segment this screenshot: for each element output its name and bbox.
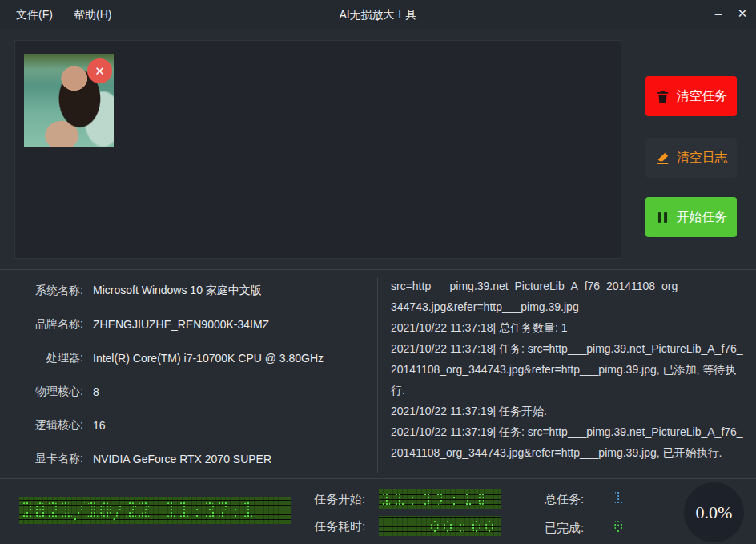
log-line: 2021/10/22 11:37:19| 任务: src=http___pimg… (391, 421, 753, 442)
log-line: 2021/10/22 11:37:19| 任务开始. (391, 401, 753, 421)
clear-logs-button[interactable]: 清空日志 (645, 138, 737, 178)
task-thumbnail-image[interactable]: ✕ (24, 54, 114, 147)
start-tasks-label: 开始任务 (677, 209, 728, 226)
sysinfo-label: 品牌名称: (13, 317, 83, 332)
pause-icon (655, 210, 670, 225)
sysinfo-row-brand: 品牌名称: ZHENGJIUZHE_REN9000K-34IMZ (13, 308, 365, 341)
app-window: 文件(F) 帮助(H) AI无损放大工具 – ✕ ✕ 清空任务 清空日志 开始任… (0, 0, 756, 544)
sysinfo-label: 显卡名称: (13, 452, 83, 466)
task-elapsed-time: 00:00 (379, 517, 501, 536)
system-info-panel: 系统名称: Microsoft Windows 10 家庭中文版 品牌名称: Z… (13, 274, 365, 476)
eraser-icon (655, 151, 670, 166)
task-elapsed-led-display: 00:00 (379, 516, 501, 536)
total-tasks-count: 1 (613, 488, 624, 507)
progress-indicator: 0.0% (684, 482, 744, 542)
sysinfo-value: NVIDIA GeForce RTX 2070 SUPER (93, 453, 271, 465)
sysinfo-row-physical-cores: 物理核心: 8 (13, 375, 365, 409)
sysinfo-row-cpu: 处理器: Intel(R) Core(TM) i7-10700K CPU @ 3… (13, 341, 365, 375)
close-button[interactable]: ✕ (729, 0, 756, 29)
sysinfo-row-os: 系统名称: Microsoft Windows 10 家庭中文版 (13, 274, 365, 308)
log-line: 2021/10/22 11:37:18| 总任务数量: 1 (391, 317, 753, 338)
completed-tasks-count: 0 (613, 517, 624, 536)
horizontal-divider-top (0, 269, 756, 270)
sysinfo-label: 物理核心: (13, 385, 83, 399)
progress-percentage: 0.0% (696, 502, 733, 523)
horizontal-divider-bottom (0, 478, 756, 479)
sysinfo-value: Microsoft Windows 10 家庭中文版 (93, 284, 262, 298)
completed-tasks-label: 已完成: (545, 521, 584, 536)
task-start-time: 11:37:18 (379, 490, 501, 509)
sysinfo-row-logical-cores: 逻辑核心: 16 (13, 409, 365, 442)
remove-task-icon[interactable]: ✕ (87, 58, 112, 83)
task-queue-panel[interactable]: ✕ (14, 40, 621, 259)
sysinfo-value: Intel(R) Core(TM) i7-10700K CPU @ 3.80GH… (93, 352, 324, 365)
clear-tasks-label: 清空任务 (677, 88, 728, 105)
log-line: 2021/10/22 11:37:18| 任务: src=http___pimg… (391, 338, 753, 359)
task-elapsed-label: 任务耗时: (314, 519, 365, 534)
sysinfo-value: ZHENGJIUZHE_REN9000K-34IMZ (93, 318, 269, 331)
datetime-led-text: 2021/10/22 11:37:1 (19, 498, 255, 523)
trash-icon (655, 89, 670, 104)
total-tasks-label: 总任务: (545, 492, 584, 507)
task-start-led-display: 11:37:18 (379, 489, 501, 509)
title-bar: 文件(F) 帮助(H) AI无损放大工具 – ✕ (0, 0, 756, 29)
sysinfo-label: 逻辑核心: (13, 418, 83, 433)
clear-logs-label: 清空日志 (677, 150, 728, 167)
sysinfo-label: 处理器: (13, 351, 83, 365)
log-line: src=http___pimg.39.net_PictureLib_A_f76_… (391, 276, 753, 296)
sysinfo-value: 16 (93, 419, 106, 432)
log-line: 20141108_org_344743.jpg&refer=http___pim… (391, 442, 753, 463)
clear-tasks-button[interactable]: 清空任务 (645, 76, 737, 116)
start-tasks-button[interactable]: 开始任务 (645, 197, 737, 237)
log-line: 344743.jpg&refer=http___pimg.39.jpg (391, 296, 753, 317)
log-line: 20141108_org_344743.jpg&refer=http___pim… (391, 359, 753, 380)
vertical-divider (377, 277, 378, 473)
minimize-button[interactable]: – (705, 0, 732, 29)
sysinfo-label: 系统名称: (13, 284, 83, 298)
menu-help[interactable]: 帮助(H) (67, 0, 118, 29)
task-start-label: 任务开始: (314, 492, 365, 507)
datetime-led-display: 2021/10/22 11:37:1 (19, 497, 291, 524)
log-panel[interactable]: src=http___pimg.39.net_PictureLib_A_f76_… (391, 276, 753, 474)
log-line: 行. (391, 380, 753, 401)
sysinfo-row-gpu: 显卡名称: NVIDIA GeForce RTX 2070 SUPER (13, 442, 365, 476)
menu-file[interactable]: 文件(F) (10, 0, 59, 29)
sysinfo-value: 8 (93, 385, 99, 398)
